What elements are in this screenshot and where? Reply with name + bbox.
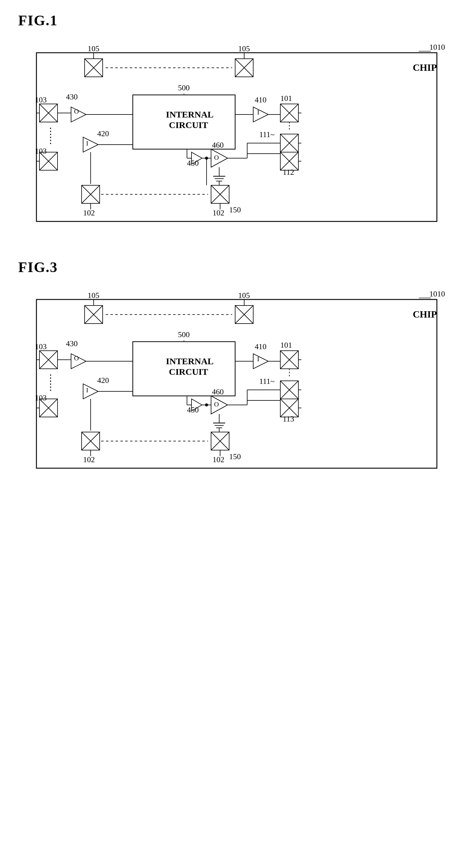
label-113-fig3: 113 [283, 414, 294, 423]
label-430-fig3: 430 [66, 339, 78, 348]
buf460-o-label-fig1: O [214, 154, 219, 161]
buf410-fig1 [253, 107, 268, 122]
label-103a-fig3: 103 [35, 342, 47, 351]
label-500-fig1: 500 [178, 84, 190, 92]
svg-text:⋮: ⋮ [46, 135, 55, 145]
label-1010-fig1: 1010 [429, 43, 445, 52]
fig3-container: FIG.3 CHIP 1010 105 105 [19, 259, 455, 488]
fig3-diagram: CHIP 1010 105 105 103 [19, 281, 455, 486]
label-103b-fig1: 103 [35, 147, 47, 155]
label-101-fig1: 101 [280, 94, 292, 103]
ic-label2-fig3: CIRCUIT [169, 367, 208, 377]
fig1-title: FIG.1 [19, 12, 455, 29]
buf420-i-label-fig1: I [86, 140, 88, 147]
buf420-fig3 [83, 384, 98, 399]
chip-border [36, 53, 437, 221]
chip-border-fig3 [36, 300, 437, 468]
label-460-fig1: 460 [212, 141, 224, 149]
label-102b-fig3: 102 [212, 455, 224, 464]
svg-text:⋮: ⋮ [46, 382, 55, 392]
label-112-fig1: 112 [283, 168, 294, 177]
buf420-i-fig3: I [86, 386, 88, 394]
label-111-fig1: 111~ [259, 130, 275, 139]
label-102b-fig1: 102 [212, 209, 224, 217]
label-420-fig1: 420 [97, 129, 109, 138]
label-105b-fig3: 105 [238, 291, 250, 300]
buf420-fig1 [83, 137, 98, 152]
label-102a-fig1: 102 [83, 209, 95, 217]
label-450-fig3: 450 [187, 406, 199, 414]
buf460-o-fig3: O [214, 400, 219, 408]
label-103a-fig1: 103 [35, 95, 47, 104]
label-150-fig1: 150 [229, 206, 241, 214]
label-111-fig3: 111~ [259, 377, 275, 385]
internal-circuit-label2-fig1: CIRCUIT [169, 120, 208, 130]
label-410-fig3: 410 [255, 342, 266, 351]
label-450-fig1: 450 [187, 159, 199, 167]
ic-label1-fig3: INTERNAL [166, 356, 213, 366]
buf410-i-label-fig1: I [257, 108, 259, 116]
label-103b-fig3: 103 [35, 394, 47, 402]
buf460-fig3 [211, 396, 228, 414]
label-410-fig1: 410 [255, 95, 266, 104]
label-460-fig3: 460 [212, 388, 224, 396]
fig1-diagram: CHIP 1010 105 105 [19, 35, 455, 240]
buf410-fig3 [253, 354, 268, 369]
chip-label-fig1: CHIP [413, 62, 437, 73]
junction-dot-fig3 [205, 403, 208, 406]
label-105a-fig3: 105 [88, 291, 99, 300]
chip-label-fig3: CHIP [413, 309, 437, 320]
label-101-fig3: 101 [280, 341, 292, 349]
label-1010-fig3: 1010 [429, 289, 445, 298]
dots-left-fig3: ⋮ [46, 373, 55, 383]
buf430-o-fig3: O [74, 354, 79, 362]
label-500-fig3: 500 [178, 330, 190, 339]
dots-left-fig1: ⋮ [46, 126, 55, 136]
page: FIG.1 CHIP 1010 105 105 [0, 0, 473, 868]
fig3-title: FIG.3 [19, 259, 455, 275]
label-150-fig3: 150 [229, 452, 241, 461]
label-430-fig1: 430 [66, 92, 78, 101]
label-420-fig3: 420 [97, 376, 109, 385]
label-105a-fig1: 105 [88, 44, 99, 53]
buf460-fig1 [211, 149, 228, 167]
label-105b-fig1: 105 [238, 44, 250, 53]
internal-circuit-label1-fig1: INTERNAL [166, 110, 213, 119]
buf430-o-label-fig1: O [74, 107, 79, 115]
label-102a-fig3: 102 [83, 455, 95, 464]
buf410-i-fig3: I [257, 355, 259, 363]
fig1-container: FIG.1 CHIP 1010 105 105 [19, 12, 455, 241]
